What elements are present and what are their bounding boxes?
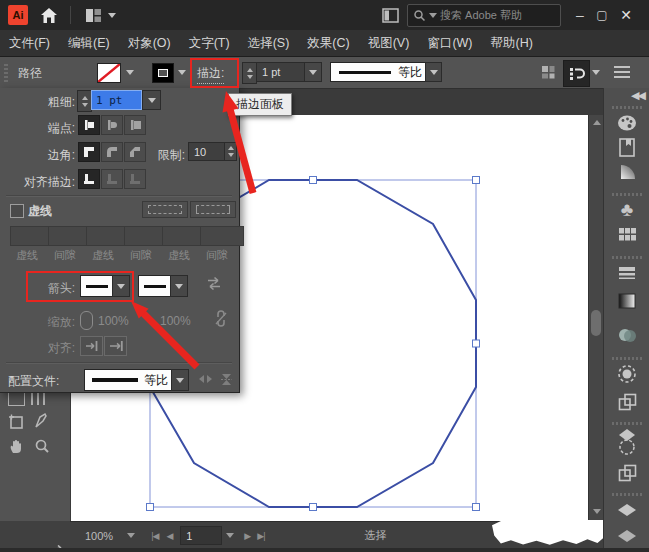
menu-file[interactable]: 文件(F): [0, 30, 59, 57]
arrange-documents-icon[interactable]: [382, 8, 399, 23]
gap-label-1: 间隙: [48, 248, 82, 263]
align-options-chevron[interactable]: [592, 70, 600, 75]
profile-value: 等比: [398, 64, 422, 81]
fill-chevron-icon[interactable]: [126, 70, 134, 75]
canvas-vscrollbar[interactable]: [588, 115, 604, 521]
dock-grip: [612, 422, 642, 425]
annotation-arrow-to-arrowheads: [115, 290, 210, 375]
hand-tool-icon[interactable]: [8, 438, 26, 456]
cap-butt-button[interactable]: [78, 115, 100, 135]
flip-across-icon: [220, 373, 233, 386]
perspective-grid-tool-icon[interactable]: [31, 393, 49, 405]
selection-type-label: 路径: [18, 65, 42, 82]
asset-export-panel-icon[interactable]: [604, 498, 649, 522]
layers-panel-icon[interactable]: [604, 390, 649, 414]
zoom-chevron-icon[interactable]: [127, 533, 135, 538]
menu-window[interactable]: 窗口(W): [418, 30, 481, 57]
stroke-color-swatch[interactable]: [152, 63, 174, 83]
join-round-button[interactable]: [101, 142, 123, 162]
menu-select[interactable]: 选择(S): [239, 30, 299, 57]
cap-round-button[interactable]: [101, 115, 123, 135]
dock-grip: [612, 493, 642, 496]
symbols-panel-icon[interactable]: ♣: [604, 198, 649, 222]
align-stroke-center-button[interactable]: [78, 169, 100, 189]
zoom-tool-icon[interactable]: [33, 438, 51, 456]
swap-arrowheads-icon[interactable]: [206, 276, 222, 291]
scroll-up-icon[interactable]: [593, 120, 601, 125]
color-guide-icon[interactable]: [604, 159, 649, 183]
menu-edit[interactable]: 编辑(E): [59, 30, 119, 57]
stroke-panel-icon[interactable]: [604, 261, 649, 285]
graphic-styles-panel-icon[interactable]: [604, 427, 649, 457]
search-box[interactable]: 搜索 Adobe 帮助: [407, 4, 561, 27]
last-artboard-icon[interactable]: ▶|: [257, 531, 264, 541]
color-panel-icon[interactable]: [604, 111, 649, 135]
swatches-panel-icon[interactable]: [604, 222, 649, 246]
artboards-panel-icon[interactable]: [604, 461, 649, 485]
titlebar-divider: [70, 6, 71, 24]
cap-label: 端点:: [8, 120, 75, 137]
artboard-chevron-icon[interactable]: [226, 533, 234, 538]
artboard-number-field[interactable]: 1: [180, 526, 222, 545]
shaper-tool-icon[interactable]: [32, 412, 50, 430]
align-dash-button: [190, 201, 236, 218]
profile-label: 配置文件:: [8, 373, 59, 390]
width-profile-chevron[interactable]: [425, 62, 442, 82]
status-mode-label: 选择: [365, 528, 387, 543]
window-bottom-edge: [0, 548, 649, 552]
artboard-tool-icon[interactable]: [8, 413, 26, 431]
align-stroke-label: 对齐描边:: [0, 174, 75, 191]
libraries-panel-icon[interactable]: [604, 524, 649, 548]
arrow-align-label: 对齐:: [8, 340, 75, 357]
collapse-panels-icon[interactable]: ◀◀: [604, 88, 649, 102]
gradient-panel-icon[interactable]: [604, 289, 649, 313]
menu-object[interactable]: 对象(O): [119, 30, 180, 57]
menu-help[interactable]: 帮助(H): [482, 30, 542, 57]
home-icon[interactable]: [40, 7, 58, 24]
maximize-button[interactable]: ▢: [591, 8, 613, 22]
stroke-width-stepper[interactable]: [242, 62, 257, 84]
menu-effect[interactable]: 效果(C): [298, 30, 358, 57]
scroll-thumb[interactable]: [591, 310, 601, 336]
dashed-line-checkbox[interactable]: [10, 204, 24, 218]
miter-limit-label: 限制:: [147, 147, 185, 164]
close-button[interactable]: ✕: [613, 7, 639, 23]
menu-type[interactable]: 文字(T): [180, 30, 239, 57]
zoom-level[interactable]: 100%: [85, 530, 113, 542]
width-profile-dropdown[interactable]: 等比: [330, 62, 427, 82]
gap-field-3: [200, 226, 244, 246]
panel-grip: [4, 62, 8, 82]
control-bar: 路径 描边: 1 pt 等比: [0, 57, 649, 89]
scroll-down-icon[interactable]: [593, 509, 601, 514]
search-icon: [413, 9, 426, 22]
panel-dock: ◀◀ ♣: [603, 88, 649, 552]
control-menu-icon[interactable]: [614, 66, 630, 78]
arrow-scale-label: 缩放:: [8, 314, 75, 331]
workspace-switcher[interactable]: [85, 8, 116, 23]
preserve-dash-button: [142, 201, 188, 218]
stroke-width-dropdown[interactable]: [304, 62, 322, 82]
stroke-chevron-icon[interactable]: [178, 70, 186, 75]
first-artboard-icon[interactable]: |◀: [151, 531, 158, 541]
swatch-libraries-icon[interactable]: [604, 135, 649, 159]
dock-grip: [612, 106, 642, 109]
cap-projecting-button[interactable]: [124, 115, 146, 135]
width-tool-icon[interactable]: [8, 393, 25, 406]
prev-artboard-icon[interactable]: ◀: [166, 531, 172, 541]
align-options-button[interactable]: [563, 60, 590, 87]
fill-color-swatch[interactable]: [97, 63, 121, 83]
menu-view[interactable]: 视图(V): [359, 30, 419, 57]
minimize-button[interactable]: –: [569, 7, 591, 23]
join-bevel-button[interactable]: [124, 142, 146, 162]
weight-value-field[interactable]: 1 pt: [91, 90, 142, 110]
transform-grid-icon[interactable]: [541, 65, 556, 80]
dash-label-1: 虚线: [10, 248, 44, 263]
next-artboard-icon[interactable]: ▶: [244, 531, 250, 541]
transparency-panel-icon[interactable]: [604, 323, 649, 347]
weight-dropdown[interactable]: [142, 90, 161, 110]
align-stroke-inside-button: [101, 169, 123, 189]
join-miter-button[interactable]: [78, 142, 100, 162]
weight-stepper[interactable]: [77, 90, 92, 112]
appearance-panel-icon[interactable]: [604, 362, 649, 386]
stroke-link-highlight-box: [190, 58, 239, 88]
